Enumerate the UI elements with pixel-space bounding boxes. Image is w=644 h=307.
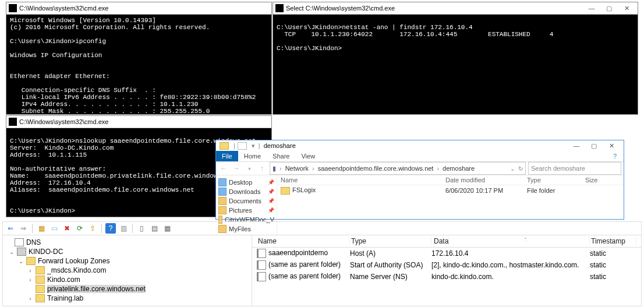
col-date[interactable]: Date modified bbox=[445, 177, 527, 184]
file-type: File folder bbox=[527, 187, 585, 194]
col-size[interactable]: Size bbox=[585, 177, 620, 184]
breadcrumb[interactable]: ▮ › Network › saaeendpointdemo.file.core… bbox=[270, 162, 526, 175]
titlebar[interactable]: Select C:\Windows\system32\cmd.exe — ▢ ✕ bbox=[273, 2, 638, 15]
zone-icon bbox=[36, 294, 45, 302]
dns-icon bbox=[15, 238, 24, 246]
col-name[interactable]: Name bbox=[281, 177, 445, 184]
folder-icon bbox=[220, 142, 229, 150]
minimize-button[interactable]: — bbox=[583, 3, 600, 13]
cmd-icon bbox=[275, 4, 284, 12]
ribbon-tabs: File Home Share View ? bbox=[216, 151, 624, 162]
tab-view[interactable]: View bbox=[295, 151, 321, 161]
cmd-icon bbox=[9, 118, 17, 126]
crumb-folder[interactable]: demoshare bbox=[443, 165, 475, 172]
nav-forward-button[interactable]: → bbox=[231, 163, 242, 174]
cmd-window-ipconfig[interactable]: C:\Windows\system32\cmd.exe Microsoft Wi… bbox=[6, 2, 272, 115]
zone-icon bbox=[36, 266, 45, 274]
help-icon[interactable]: ? bbox=[606, 151, 624, 161]
tree-zone[interactable]: ›Training.lab bbox=[6, 294, 248, 303]
list-item[interactable]: FSLogix 6/06/2020 10:17 PM File folder bbox=[277, 185, 624, 196]
tab-home[interactable]: Home bbox=[238, 151, 267, 161]
record-icon bbox=[257, 260, 266, 270]
toolbar: ⇐ ⇒ ▦ ▭ ✖ ⟳ ⇪ ? ▥ ▯ ▤ ▦ bbox=[2, 221, 642, 235]
folder-icon bbox=[281, 187, 290, 195]
record-icon bbox=[257, 249, 266, 258]
titlebar[interactable]: C:\Windows\system32\cmd.exe bbox=[6, 2, 271, 15]
sort-asc-icon: ˆ bbox=[523, 237, 526, 243]
tree-zone[interactable]: ›_msdcs.Kindo.com bbox=[6, 266, 248, 275]
quick-item-desktop[interactable]: Desktop📌 bbox=[217, 178, 275, 187]
file-explorer-window[interactable]: | ▾ | demoshare — ▢ ✕ File Home Share Vi… bbox=[215, 140, 624, 220]
nav-back-button[interactable]: ← bbox=[218, 163, 229, 174]
tree-zone-selected[interactable]: privatelink.file.core.windows.net bbox=[6, 284, 248, 294]
cmd-icon bbox=[9, 4, 17, 12]
titlebar[interactable]: | ▾ | demoshare — ▢ ✕ bbox=[216, 140, 624, 151]
nav-up-button[interactable]: ↑ bbox=[257, 163, 267, 174]
dns-tree[interactable]: DNS ⌄KINDO-DC ⌄Forward Lookup Zones ›_ms… bbox=[3, 235, 252, 306]
nav-forward-button[interactable]: ⇒ bbox=[18, 223, 29, 234]
separator: | bbox=[233, 142, 235, 149]
network-icon: ▮ bbox=[273, 165, 276, 172]
search-placeholder: Search demoshare bbox=[531, 165, 585, 172]
separator: | bbox=[259, 142, 260, 149]
address-bar: ← → ▾ ↑ ▮ › Network › saaeendpointdemo.f… bbox=[216, 162, 624, 175]
col-ts[interactable]: Timestamp bbox=[590, 237, 636, 245]
separator: ▾ bbox=[252, 142, 255, 150]
col-data[interactable]: Dataˆ bbox=[431, 237, 590, 245]
col-name[interactable]: Name bbox=[257, 237, 350, 245]
tab-file[interactable]: File bbox=[216, 151, 238, 161]
maximize-button[interactable]: ▢ bbox=[600, 3, 618, 13]
crumb-host[interactable]: saaeendpointdemo.file.core.windows.net bbox=[318, 165, 434, 172]
column-headers[interactable]: Name Type Dataˆ Timestamp bbox=[252, 235, 641, 248]
minimize-button[interactable]: — bbox=[568, 140, 585, 151]
column-headers[interactable]: Name Date modified Type Size bbox=[277, 175, 624, 185]
toolbar-delete-icon[interactable]: ✖ bbox=[62, 223, 72, 234]
zone-icon bbox=[36, 276, 45, 284]
close-button[interactable]: ✕ bbox=[603, 140, 620, 151]
window-title: C:\Windows\system32\cmd.exe bbox=[19, 118, 108, 125]
toolbar-props-icon[interactable]: ▥ bbox=[118, 223, 129, 234]
table-row[interactable]: (same as parent folder) Name Server (NS)… bbox=[252, 271, 641, 283]
server-icon bbox=[17, 248, 26, 256]
file-name: FSLogix bbox=[292, 186, 316, 193]
maximize-button[interactable]: ▢ bbox=[585, 140, 603, 151]
quick-item-pictures[interactable]: Pictures📌 bbox=[217, 206, 275, 215]
doc-icon bbox=[238, 142, 247, 150]
zone-icon bbox=[36, 285, 45, 293]
toolbar-detail-icon[interactable]: ▦ bbox=[162, 223, 172, 234]
nav-back-button[interactable]: ⇐ bbox=[5, 223, 16, 234]
tree-zone[interactable]: ›Kindo.com bbox=[6, 275, 248, 284]
tree-root[interactable]: DNS bbox=[6, 238, 248, 247]
window-title: demoshare bbox=[264, 142, 296, 149]
tab-share[interactable]: Share bbox=[267, 151, 295, 161]
toolbar-help-icon[interactable]: ? bbox=[105, 223, 116, 234]
dns-records-table[interactable]: Name Type Dataˆ Timestamp saaeendpointde… bbox=[252, 235, 641, 306]
table-row[interactable]: (same as parent folder) Start of Authori… bbox=[252, 259, 641, 271]
close-button[interactable]: ✕ bbox=[618, 3, 635, 13]
refresh-icon[interactable]: ↻ bbox=[518, 165, 523, 172]
toolbar-server-icon[interactable]: ▯ bbox=[136, 223, 147, 234]
record-icon bbox=[257, 272, 266, 281]
col-type[interactable]: Type bbox=[527, 177, 585, 184]
toolbar-list-icon[interactable]: ▤ bbox=[149, 223, 160, 234]
window-title: C:\Windows\system32\cmd.exe bbox=[19, 5, 108, 12]
cmd-window-netstat[interactable]: Select C:\Windows\system32\cmd.exe — ▢ ✕… bbox=[273, 2, 638, 115]
terminal-output[interactable]: C:\Users\JKindon>netstat -ano | findstr … bbox=[273, 15, 638, 114]
folder-icon bbox=[26, 257, 36, 265]
table-row[interactable]: saaeendpointdemo Host (A) 172.16.10.4 st… bbox=[252, 248, 641, 259]
tree-server[interactable]: ⌄KINDO-DC bbox=[6, 247, 248, 256]
terminal-output[interactable]: Microsoft Windows [Version 10.0.14393] (… bbox=[6, 15, 271, 114]
quick-item-documents[interactable]: Documents📌 bbox=[217, 196, 275, 206]
col-type[interactable]: Type bbox=[350, 237, 431, 245]
search-input[interactable]: Search demoshare bbox=[528, 162, 621, 175]
titlebar[interactable]: C:\Windows\system32\cmd.exe bbox=[6, 116, 271, 128]
toolbar-view-icon[interactable]: ▭ bbox=[49, 223, 59, 234]
quick-item-downloads[interactable]: Downloads📌 bbox=[217, 187, 275, 196]
tree-zones-folder[interactable]: ⌄Forward Lookup Zones bbox=[6, 256, 248, 266]
crumb-root[interactable]: Network bbox=[285, 165, 309, 172]
toolbar-refresh-icon[interactable]: ⟳ bbox=[75, 223, 85, 234]
toolbar-new-icon[interactable]: ▦ bbox=[36, 223, 47, 234]
window-title: Select C:\Windows\system32\cmd.exe bbox=[286, 5, 395, 12]
nav-history-button[interactable]: ▾ bbox=[244, 163, 254, 174]
toolbar-export-icon[interactable]: ⇪ bbox=[87, 223, 98, 234]
